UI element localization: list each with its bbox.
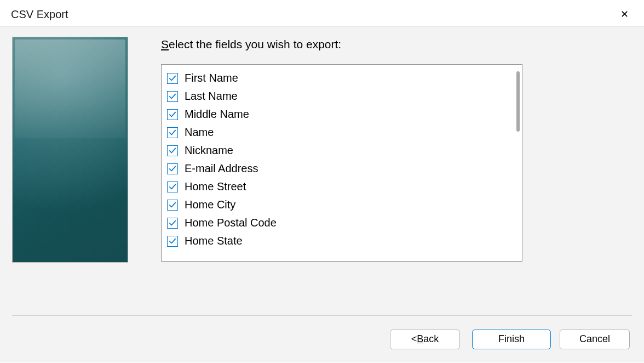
close-button[interactable]: ✕ (613, 5, 635, 23)
footer-separator (12, 315, 632, 316)
wizard-decorative-panel (12, 37, 128, 263)
field-row[interactable]: Nickname (167, 141, 516, 160)
field-checkbox[interactable] (167, 73, 178, 84)
fields-listbox[interactable]: First NameLast NameMiddle NameNameNickna… (161, 64, 522, 262)
field-checkbox[interactable] (167, 182, 178, 192)
scrollbar-thumb[interactable] (516, 71, 520, 132)
field-row[interactable]: Home Postal Code (167, 214, 516, 232)
field-checkbox[interactable] (167, 163, 178, 174)
field-checkbox[interactable] (167, 218, 178, 229)
field-row[interactable]: Home Street (167, 178, 516, 196)
field-label: Home City (185, 198, 235, 211)
field-label: Name (185, 126, 214, 139)
cancel-button[interactable]: Cancel (560, 330, 630, 349)
field-checkbox[interactable] (167, 109, 178, 120)
field-row[interactable]: Middle Name (167, 105, 516, 123)
back-button[interactable]: < Back (390, 330, 460, 349)
field-label: Last Name (185, 90, 238, 103)
field-label: First Name (185, 72, 238, 84)
close-icon: ✕ (620, 8, 629, 20)
field-row[interactable]: First Name (167, 69, 516, 87)
field-row[interactable]: E-mail Address (167, 160, 516, 178)
instruction-label: Select the fields you wish to export: (161, 38, 632, 51)
finish-button[interactable]: Finish (472, 330, 551, 349)
field-row[interactable]: Home City (167, 196, 516, 214)
content-area: Select the fields you wish to export: Fi… (0, 26, 644, 316)
field-label: Home Postal Code (185, 217, 277, 229)
field-label: Home Street (185, 180, 246, 193)
field-row[interactable]: Last Name (167, 87, 516, 105)
wizard-main-panel: Select the fields you wish to export: Fi… (161, 37, 632, 306)
field-row[interactable]: Name (167, 123, 516, 141)
dialog-title: CSV Export (11, 8, 68, 21)
field-label: Nickname (185, 144, 233, 157)
field-checkbox[interactable] (167, 200, 178, 211)
field-row[interactable]: Home State (167, 232, 516, 250)
field-label: Home State (185, 235, 243, 247)
field-checkbox[interactable] (167, 145, 178, 156)
field-label: Middle Name (185, 108, 249, 121)
field-label: E-mail Address (185, 162, 258, 175)
field-checkbox[interactable] (167, 127, 178, 138)
title-bar: CSV Export ✕ (0, 0, 644, 26)
button-bar: < Back Finish Cancel (0, 316, 644, 362)
field-checkbox[interactable] (167, 236, 178, 247)
field-checkbox[interactable] (167, 91, 178, 102)
